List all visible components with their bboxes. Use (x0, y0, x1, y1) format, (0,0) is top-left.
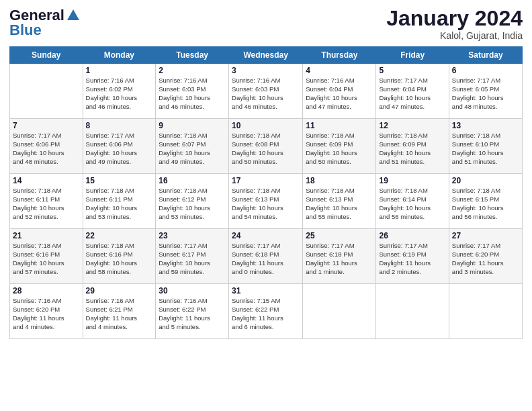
day-info: Sunrise: 7:17 AMSunset: 6:18 PMDaylight:… (232, 242, 300, 276)
month-year: January 2024 (386, 7, 523, 30)
col-friday: Friday (376, 47, 449, 64)
calendar-week-row: 14Sunrise: 7:18 AMSunset: 6:11 PMDayligh… (10, 174, 523, 229)
day-number: 16 (159, 176, 226, 185)
day-number: 25 (306, 231, 373, 240)
table-row: 22Sunrise: 7:18 AMSunset: 6:16 PMDayligh… (83, 229, 156, 284)
day-info: Sunrise: 7:17 AMSunset: 6:17 PMDaylight:… (159, 242, 226, 276)
day-number: 12 (379, 121, 445, 130)
table-row: 21Sunrise: 7:18 AMSunset: 6:16 PMDayligh… (10, 229, 83, 284)
day-info: Sunrise: 7:18 AMSunset: 6:10 PMDaylight:… (452, 132, 519, 166)
table-row: 24Sunrise: 7:17 AMSunset: 6:18 PMDayligh… (229, 229, 303, 284)
day-info: Sunrise: 7:18 AMSunset: 6:12 PMDaylight:… (159, 187, 226, 221)
day-info: Sunrise: 7:16 AMSunset: 6:20 PMDaylight:… (13, 297, 80, 331)
day-info: Sunrise: 7:18 AMSunset: 6:11 PMDaylight:… (86, 187, 153, 221)
day-number: 6 (452, 66, 519, 75)
day-number: 18 (306, 176, 373, 185)
table-row: 27Sunrise: 7:17 AMSunset: 6:20 PMDayligh… (449, 229, 522, 284)
day-info: Sunrise: 7:18 AMSunset: 6:14 PMDaylight:… (379, 187, 445, 221)
day-info: Sunrise: 7:17 AMSunset: 6:18 PMDaylight:… (306, 242, 373, 276)
day-info: Sunrise: 7:18 AMSunset: 6:08 PMDaylight:… (232, 132, 300, 166)
table-row: 3Sunrise: 7:16 AMSunset: 6:03 PMDaylight… (229, 64, 303, 119)
col-saturday: Saturday (449, 47, 522, 64)
page: General Blue January 2024 Kalol, Gujarat… (0, 0, 532, 411)
table-row: 7Sunrise: 7:17 AMSunset: 6:06 PMDaylight… (10, 119, 83, 174)
day-number: 31 (232, 286, 300, 295)
day-info: Sunrise: 7:18 AMSunset: 6:09 PMDaylight:… (306, 132, 373, 166)
day-number: 8 (86, 121, 153, 130)
table-row: 26Sunrise: 7:17 AMSunset: 6:19 PMDayligh… (376, 229, 449, 284)
day-info: Sunrise: 7:17 AMSunset: 6:19 PMDaylight:… (379, 242, 445, 276)
table-row: 2Sunrise: 7:16 AMSunset: 6:03 PMDaylight… (156, 64, 229, 119)
table-row: 31Sunrise: 7:15 AMSunset: 6:22 PMDayligh… (229, 284, 303, 339)
day-info: Sunrise: 7:18 AMSunset: 6:11 PMDaylight:… (13, 187, 80, 221)
svg-marker-0 (67, 9, 79, 20)
day-number: 30 (159, 286, 226, 295)
table-row: 17Sunrise: 7:18 AMSunset: 6:13 PMDayligh… (229, 174, 303, 229)
day-number: 19 (379, 176, 445, 185)
table-row: 19Sunrise: 7:18 AMSunset: 6:14 PMDayligh… (376, 174, 449, 229)
col-sunday: Sunday (10, 47, 83, 64)
day-number: 3 (232, 66, 300, 75)
calendar-week-row: 1Sunrise: 7:16 AMSunset: 6:02 PMDaylight… (10, 64, 523, 119)
day-number: 11 (306, 121, 373, 130)
logo-blue: Blue (9, 21, 42, 39)
day-number: 22 (86, 231, 153, 240)
col-monday: Monday (83, 47, 156, 64)
day-info: Sunrise: 7:16 AMSunset: 6:22 PMDaylight:… (159, 297, 226, 331)
calendar-header-row: Sunday Monday Tuesday Wednesday Thursday… (10, 47, 523, 64)
logo-icon (66, 8, 81, 23)
day-number: 27 (452, 231, 519, 240)
day-info: Sunrise: 7:16 AMSunset: 6:04 PMDaylight:… (306, 77, 373, 111)
day-info: Sunrise: 7:16 AMSunset: 6:03 PMDaylight:… (232, 77, 300, 111)
day-info: Sunrise: 7:18 AMSunset: 6:16 PMDaylight:… (13, 242, 80, 276)
day-info: Sunrise: 7:18 AMSunset: 6:16 PMDaylight:… (86, 242, 153, 276)
table-row: 30Sunrise: 7:16 AMSunset: 6:22 PMDayligh… (156, 284, 229, 339)
day-info: Sunrise: 7:18 AMSunset: 6:13 PMDaylight:… (306, 187, 373, 221)
day-info: Sunrise: 7:16 AMSunset: 6:02 PMDaylight:… (86, 77, 153, 111)
table-row: 25Sunrise: 7:17 AMSunset: 6:18 PMDayligh… (303, 229, 376, 284)
table-row: 6Sunrise: 7:17 AMSunset: 6:05 PMDaylight… (449, 64, 522, 119)
table-row: 12Sunrise: 7:18 AMSunset: 6:09 PMDayligh… (376, 119, 449, 174)
table-row (376, 284, 449, 339)
table-row (449, 284, 522, 339)
table-row: 18Sunrise: 7:18 AMSunset: 6:13 PMDayligh… (303, 174, 376, 229)
table-row: 8Sunrise: 7:17 AMSunset: 6:06 PMDaylight… (83, 119, 156, 174)
day-info: Sunrise: 7:18 AMSunset: 6:07 PMDaylight:… (159, 132, 226, 166)
day-info: Sunrise: 7:18 AMSunset: 6:15 PMDaylight:… (452, 187, 519, 221)
day-number: 4 (306, 66, 373, 75)
table-row: 1Sunrise: 7:16 AMSunset: 6:02 PMDaylight… (83, 64, 156, 119)
title-section: January 2024 Kalol, Gujarat, India (386, 7, 523, 41)
day-number: 7 (13, 121, 80, 130)
day-number: 29 (86, 286, 153, 295)
col-thursday: Thursday (303, 47, 376, 64)
day-info: Sunrise: 7:17 AMSunset: 6:20 PMDaylight:… (452, 242, 519, 276)
day-number: 21 (13, 231, 80, 240)
day-info: Sunrise: 7:17 AMSunset: 6:06 PMDaylight:… (86, 132, 153, 166)
day-info: Sunrise: 7:16 AMSunset: 6:21 PMDaylight:… (86, 297, 153, 331)
day-info: Sunrise: 7:17 AMSunset: 6:04 PMDaylight:… (379, 77, 445, 111)
calendar-week-row: 21Sunrise: 7:18 AMSunset: 6:16 PMDayligh… (10, 229, 523, 284)
day-number: 14 (13, 176, 80, 185)
table-row: 20Sunrise: 7:18 AMSunset: 6:15 PMDayligh… (449, 174, 522, 229)
day-info: Sunrise: 7:17 AMSunset: 6:05 PMDaylight:… (452, 77, 519, 111)
table-row: 29Sunrise: 7:16 AMSunset: 6:21 PMDayligh… (83, 284, 156, 339)
day-number: 10 (232, 121, 300, 130)
table-row: 10Sunrise: 7:18 AMSunset: 6:08 PMDayligh… (229, 119, 303, 174)
day-number: 2 (159, 66, 226, 75)
day-number: 5 (379, 66, 445, 75)
table-row: 23Sunrise: 7:17 AMSunset: 6:17 PMDayligh… (156, 229, 229, 284)
table-row: 9Sunrise: 7:18 AMSunset: 6:07 PMDaylight… (156, 119, 229, 174)
table-row: 15Sunrise: 7:18 AMSunset: 6:11 PMDayligh… (83, 174, 156, 229)
table-row: 28Sunrise: 7:16 AMSunset: 6:20 PMDayligh… (10, 284, 83, 339)
table-row (10, 64, 83, 119)
header: General Blue January 2024 Kalol, Gujarat… (9, 7, 523, 41)
table-row: 11Sunrise: 7:18 AMSunset: 6:09 PMDayligh… (303, 119, 376, 174)
table-row: 5Sunrise: 7:17 AMSunset: 6:04 PMDaylight… (376, 64, 449, 119)
col-tuesday: Tuesday (156, 47, 229, 64)
day-number: 26 (379, 231, 445, 240)
table-row: 13Sunrise: 7:18 AMSunset: 6:10 PMDayligh… (449, 119, 522, 174)
day-number: 15 (86, 176, 153, 185)
day-info: Sunrise: 7:17 AMSunset: 6:06 PMDaylight:… (13, 132, 80, 166)
table-row: 16Sunrise: 7:18 AMSunset: 6:12 PMDayligh… (156, 174, 229, 229)
day-info: Sunrise: 7:18 AMSunset: 6:09 PMDaylight:… (379, 132, 445, 166)
